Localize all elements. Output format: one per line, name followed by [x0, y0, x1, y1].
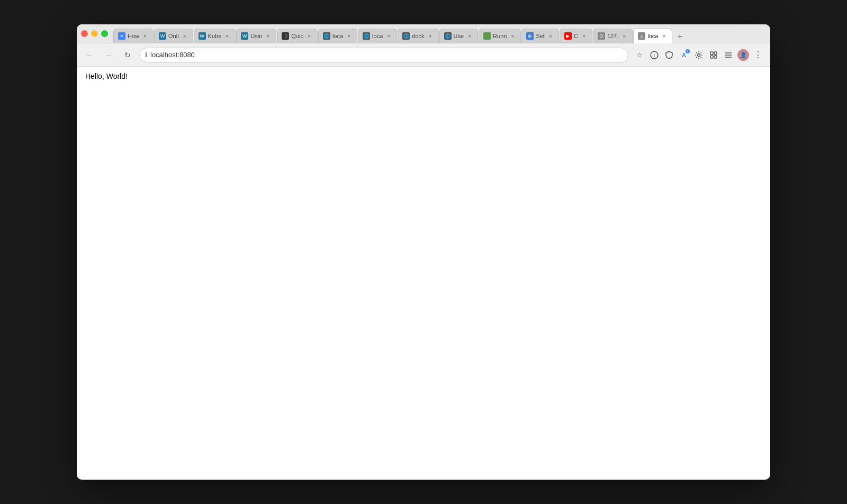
local-icon: ⊙ [598, 32, 605, 40]
settings-button[interactable] [692, 48, 706, 62]
shield-button[interactable] [662, 48, 676, 62]
tab-online[interactable]: W Onli × [154, 29, 193, 43]
tab-close-icon[interactable]: × [660, 32, 668, 40]
badge: 1 [686, 49, 690, 53]
tab-run[interactable]: 🌿 Runn × [479, 29, 521, 43]
tab-label: Runn [493, 33, 507, 39]
wp-icon: W [199, 32, 206, 40]
tab-use[interactable]: 🌐 Use × [439, 29, 479, 43]
hello-world-text: Hello, World! [85, 72, 762, 80]
hamburger-icon [724, 51, 733, 59]
close-button[interactable] [81, 30, 88, 37]
tab-using[interactable]: W Usin × [236, 29, 276, 43]
tab-close-icon[interactable]: × [223, 32, 231, 40]
svg-rect-4 [714, 52, 717, 55]
wp-icon: W [159, 32, 166, 40]
tab-kube[interactable]: W Kube × [194, 29, 236, 43]
profile-button[interactable]: 👤 [736, 48, 750, 62]
menu-button[interactable] [722, 48, 735, 62]
globe-icon: 🌐 [402, 32, 410, 40]
svg-rect-5 [710, 56, 713, 58]
info-button[interactable]: i [647, 48, 661, 62]
globe-icon: 🌐 [363, 32, 370, 40]
lock-icon: ℹ [145, 51, 147, 58]
youtube-icon: ▶ [564, 32, 572, 40]
globe2-icon: ⊕ [526, 32, 534, 40]
svg-rect-6 [714, 56, 717, 58]
url-text: localhost:8080 [150, 51, 623, 59]
browser-window: ≡ How × W Onli × W Kube × W Usin × [77, 24, 770, 480]
tab-local7[interactable]: 🌐 loca × [358, 29, 397, 43]
doc-icon: ≡ [118, 32, 125, 40]
tab-close-icon[interactable]: × [547, 32, 554, 40]
tab-quick[interactable]: ☽ Quic × [277, 29, 318, 43]
tab-label: Quic [291, 33, 303, 39]
bookmark-button[interactable]: ☆ [633, 48, 646, 62]
avatar: 👤 [737, 49, 749, 61]
tab-local-active[interactable]: ⊙ loca × [633, 29, 672, 43]
svg-rect-3 [710, 52, 713, 55]
url-bar[interactable]: ℹ localhost:8080 [139, 48, 628, 62]
tab-close-icon[interactable]: × [580, 32, 588, 40]
maximize-button[interactable] [101, 30, 108, 37]
tab-close-icon[interactable]: × [305, 32, 313, 40]
forward-button[interactable]: → [101, 48, 116, 62]
tab-label: loca [647, 33, 658, 39]
tab-close-icon[interactable]: × [620, 32, 628, 40]
tab-set[interactable]: ⊕ Set × [521, 29, 559, 43]
title-bar: ≡ How × W Onli × W Kube × W Usin × [77, 24, 770, 43]
tab-label: 127. [607, 33, 618, 39]
wp-icon: W [241, 32, 248, 40]
tab-label: loca [372, 33, 383, 39]
more-dots-icon: ⋮ [754, 50, 763, 60]
tab-close-icon[interactable]: × [181, 32, 188, 40]
tab-label: Usin [250, 33, 262, 39]
tab-close-icon[interactable]: × [466, 32, 473, 40]
puzzle-icon [709, 51, 718, 59]
tab-close-icon[interactable]: × [345, 32, 353, 40]
svg-point-2 [698, 53, 700, 56]
svg-text:i: i [654, 53, 655, 58]
address-bar: ← → ↻ ℹ localhost:8080 ☆ i A 1 [77, 43, 770, 67]
window-controls [81, 30, 108, 37]
back-button[interactable]: ← [82, 48, 97, 62]
minimize-button[interactable] [91, 30, 98, 37]
tab-label: C [574, 33, 578, 39]
toolbar-actions: ☆ i A 1 [633, 48, 765, 62]
leaf-icon: 🌿 [483, 32, 491, 40]
extensions-button[interactable] [707, 48, 720, 62]
tab-label: How [128, 33, 139, 39]
tab-label: Set [536, 33, 545, 39]
page-content: Hello, World! [77, 67, 770, 480]
more-button[interactable]: ⋮ [751, 48, 765, 62]
tab-close-icon[interactable]: × [385, 32, 392, 40]
tab-local6[interactable]: 🌐 loca × [318, 29, 357, 43]
info-icon: i [650, 51, 659, 59]
moon-icon: ☽ [282, 32, 289, 40]
tab-dock[interactable]: 🌐 dock × [398, 29, 438, 43]
tab-label: loca [332, 33, 343, 39]
tab-yt[interactable]: ▶ C × [560, 29, 592, 43]
shield-icon [665, 51, 673, 59]
translate-button[interactable]: A 1 [677, 48, 691, 62]
local2-icon: ⊙ [638, 32, 645, 40]
tab-how[interactable]: ≡ How × [113, 29, 154, 43]
tab-close-icon[interactable]: × [509, 32, 516, 40]
tab-label: Use [454, 33, 464, 39]
tab-label: Kube [208, 33, 222, 39]
reload-button[interactable]: ↻ [120, 48, 135, 62]
tab-close-icon[interactable]: × [427, 32, 434, 40]
tab-close-icon[interactable]: × [264, 32, 272, 40]
globe-icon: 🌐 [444, 32, 452, 40]
tab-label: dock [412, 33, 424, 39]
tab-127[interactable]: ⊙ 127. × [593, 29, 633, 43]
new-tab-button[interactable]: + [673, 30, 687, 43]
tabs-container: ≡ How × W Onli × W Kube × W Usin × [113, 24, 766, 43]
tab-label: Onli [168, 33, 179, 39]
globe-icon: 🌐 [323, 32, 330, 40]
tab-close-icon[interactable]: × [141, 32, 149, 40]
gear-icon [695, 51, 703, 59]
